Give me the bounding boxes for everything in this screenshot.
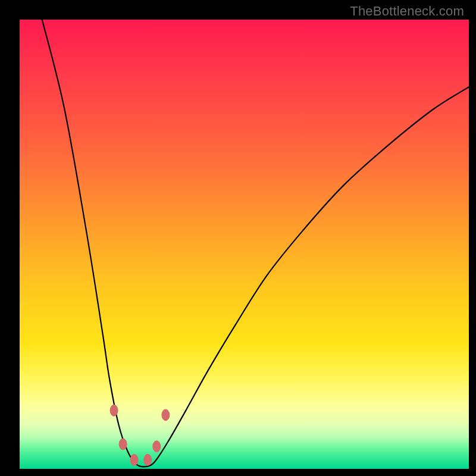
chart-frame: TheBottleneck.com	[0, 0, 476, 476]
marker-right-lower	[153, 441, 161, 452]
marker-left-upper	[110, 405, 118, 416]
curve-markers	[110, 405, 170, 465]
marker-left-lower	[119, 439, 127, 450]
bottleneck-curve	[42, 20, 469, 467]
plot-area	[20, 20, 469, 469]
marker-min-left	[130, 454, 138, 465]
marker-right-upper	[162, 409, 170, 421]
curve-layer	[20, 20, 469, 469]
marker-min-right	[144, 454, 152, 465]
watermark-text: TheBottleneck.com	[350, 4, 464, 19]
